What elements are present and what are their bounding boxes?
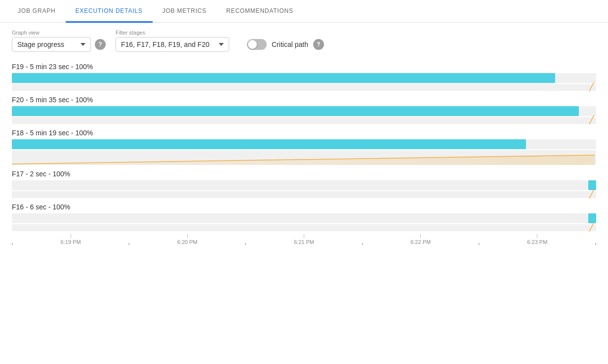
time-label-620: 6:20 PM	[177, 239, 198, 245]
critical-path-group: Critical path ?	[247, 39, 324, 52]
time-label-623: 6:23 PM	[527, 239, 547, 245]
stage-f16-label: F16 - 6 sec - 100%	[12, 199, 596, 213]
time-tick-minor-4	[362, 243, 363, 245]
stage-f17-small-bar	[588, 180, 596, 190]
stage-f19-label: F19 - 5 min 23 sec - 100%	[12, 59, 596, 73]
controls-bar: Graph view Stage progress ? Filter stage…	[0, 23, 608, 59]
graph-view-help-icon[interactable]: ?	[95, 39, 106, 50]
graph-view-group: Graph view Stage progress ?	[12, 30, 106, 52]
time-tick-major-622: 6:22 PM	[410, 234, 431, 245]
stage-f18: F18 - 5 min 19 sec - 100%	[12, 125, 596, 165]
stage-f16-tick: ╱	[589, 223, 594, 231]
stage-f19-tick: ╱	[589, 83, 594, 91]
tab-job-graph[interactable]: JOB GRAPH	[8, 0, 66, 23]
stage-f16-small-bar	[588, 213, 596, 223]
stage-f20-tick: ╱	[589, 116, 594, 124]
critical-path-toggle[interactable]	[247, 39, 267, 50]
filter-stages-group: Filter stages F16, F17, F18, F19, and F2…	[116, 30, 229, 52]
time-label-621: 6:21 PM	[294, 239, 314, 245]
time-tick-major-620: 6:20 PM	[177, 234, 198, 245]
filter-chevron-down-icon	[219, 43, 224, 46]
tab-execution-details[interactable]: EXECUTION DETAILS	[66, 0, 153, 23]
time-tick-minor-1	[12, 243, 13, 245]
time-label-619: 6:19 PM	[61, 239, 81, 245]
critical-path-help-icon[interactable]: ?	[313, 39, 324, 50]
stage-f19-underbar: ╱	[12, 84, 596, 91]
filter-stages-select[interactable]: F16, F17, F18, F19, and F20	[116, 37, 229, 52]
graph-view-value: Stage progress	[17, 40, 77, 48]
stage-f18-bar-container	[12, 139, 596, 149]
stage-f16: F16 - 6 sec - 100% ╱	[12, 199, 596, 231]
toggle-knob	[248, 40, 257, 49]
graph-view-select[interactable]: Stage progress	[12, 37, 91, 52]
stage-f18-orange-area	[12, 150, 596, 165]
time-tick-minor-2	[128, 243, 129, 245]
chevron-down-icon	[81, 43, 85, 46]
tab-job-metrics[interactable]: JOB METRICS	[153, 0, 216, 23]
chart-area: F19 - 5 min 23 sec - 100% ╱ F20 - 5 min …	[0, 59, 608, 246]
tabs-bar: JOB GRAPH EXECUTION DETAILS JOB METRICS …	[0, 0, 608, 23]
time-label-622: 6:22 PM	[410, 239, 431, 245]
time-tick-major-623: 6:23 PM	[527, 234, 547, 245]
stage-f20-label: F20 - 5 min 35 sec - 100%	[12, 92, 596, 106]
stage-f19: F19 - 5 min 23 sec - 100% ╱	[12, 59, 596, 91]
tab-recommendations[interactable]: RECOMMENDATIONS	[216, 0, 303, 23]
stage-f16-underbar: ╱	[12, 224, 596, 231]
stage-f20: F20 - 5 min 35 sec - 100% ╱	[12, 92, 596, 124]
stage-f19-bar-container	[12, 73, 596, 83]
stage-f17-bar-container	[12, 180, 596, 190]
stage-f18-label: F18 - 5 min 19 sec - 100%	[12, 125, 596, 139]
stage-f16-bar-container	[12, 213, 596, 223]
time-axis: 6:19 PM 6:20 PM 6:21 PM 6:22 PM 6:23 PM	[12, 234, 596, 246]
graph-view-label: Graph view	[12, 30, 106, 36]
time-tick-minor-5	[479, 243, 480, 245]
stage-f17-underbar: ╱	[12, 191, 596, 198]
stage-f19-progress-bar	[12, 73, 555, 83]
time-tick-major-619: 6:19 PM	[61, 234, 81, 245]
critical-path-label: Critical path	[272, 40, 308, 48]
stage-f20-bar-container	[12, 106, 596, 116]
time-tick-minor-3	[245, 243, 246, 245]
stage-f18-progress-bar	[12, 139, 526, 149]
stage-f20-underbar: ╱	[12, 117, 596, 124]
filter-stages-value: F16, F17, F18, F19, and F20	[121, 40, 215, 48]
stage-f17-label: F17 - 2 sec - 100%	[12, 166, 596, 180]
stage-f18-orange-line	[12, 150, 596, 165]
stage-f17: F17 - 2 sec - 100% ╱	[12, 166, 596, 198]
filter-stages-label: Filter stages	[116, 30, 229, 36]
stage-f20-progress-bar	[12, 106, 579, 116]
time-axis-ticks: 6:19 PM 6:20 PM 6:21 PM 6:22 PM 6:23 PM	[12, 234, 596, 246]
time-tick-minor-6	[595, 243, 596, 245]
time-tick-major-621: 6:21 PM	[294, 234, 314, 245]
stage-f17-tick: ╱	[589, 190, 594, 198]
